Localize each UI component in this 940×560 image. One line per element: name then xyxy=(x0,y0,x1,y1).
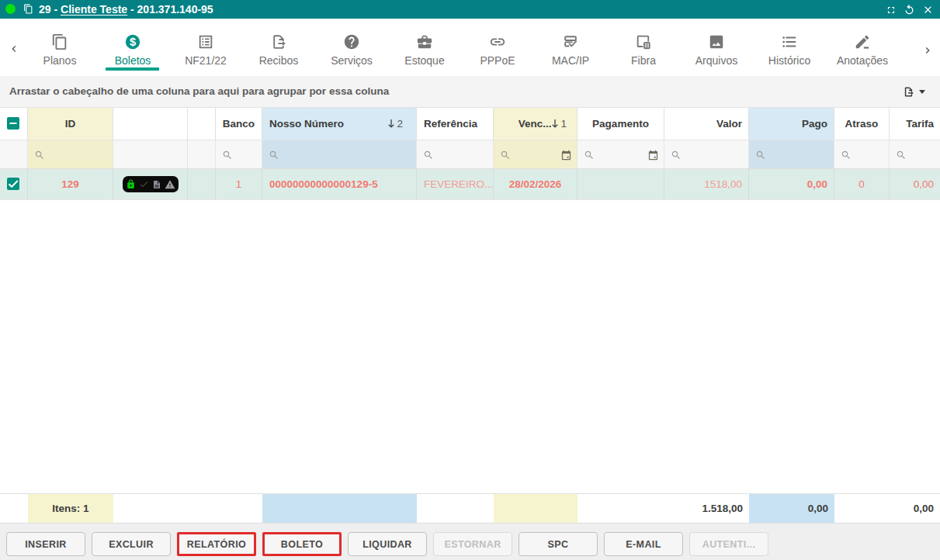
svg-text:$: $ xyxy=(130,36,136,48)
